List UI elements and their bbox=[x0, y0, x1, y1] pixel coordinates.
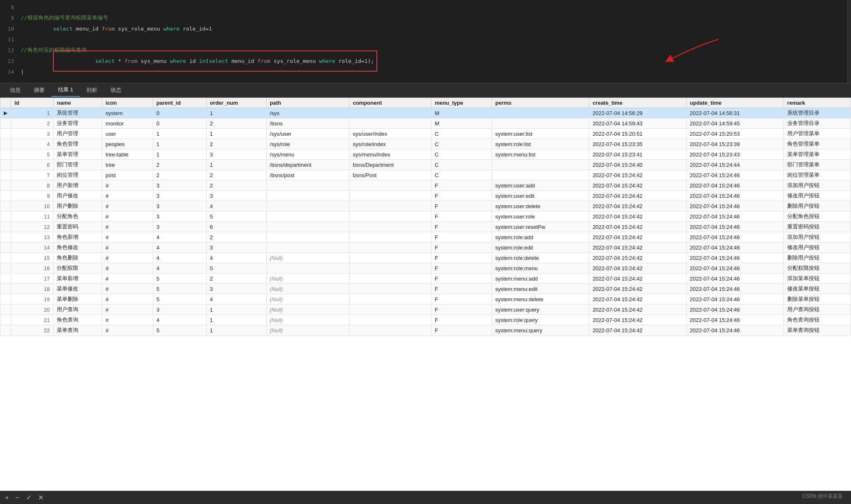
cell-name: 菜单删除 bbox=[53, 294, 102, 305]
cell-name: 角色修改 bbox=[53, 242, 102, 253]
cell-icon: tree-table bbox=[102, 149, 153, 160]
line-content-14: | bbox=[21, 69, 851, 75]
cell-name: 菜单新增 bbox=[53, 274, 102, 284]
confirm-button[interactable]: ✓ bbox=[26, 494, 31, 502]
cell-id: 20 bbox=[11, 305, 53, 315]
cell-parent-id: 4 bbox=[153, 315, 206, 325]
table-row[interactable]: 3用户管理user11/sys/usersys/user/indexCsyste… bbox=[0, 129, 851, 139]
col-header-remark[interactable]: remark bbox=[783, 98, 851, 108]
code-line-8: 8 bbox=[0, 2, 851, 12]
col-header-create_time[interactable]: create_time bbox=[589, 98, 686, 108]
table-row[interactable]: 8用户新增#32Fsystem:user:add2022-07-04 15:24… bbox=[0, 180, 851, 191]
table-row[interactable]: 17菜单新增#52(Null)Fsystem:menu:add2022-07-0… bbox=[0, 274, 851, 284]
cell-component bbox=[349, 180, 431, 191]
add-row-button[interactable]: + bbox=[5, 494, 9, 502]
cell-update-time: 2022-07-04 15:24:46 bbox=[686, 191, 783, 201]
table-row[interactable]: 18菜单修改#53(Null)Fsystem:menu:edit2022-07-… bbox=[0, 284, 851, 294]
col-header-menu_type[interactable]: menu_type bbox=[431, 98, 492, 108]
col-header-path[interactable]: path bbox=[266, 98, 349, 108]
cell-icon: # bbox=[102, 211, 153, 222]
table-row[interactable]: 22菜单查询#51(Null)Fsystem:menu:query2022-07… bbox=[0, 325, 851, 336]
table-row[interactable]: 13角色新增#42Fsystem:role:add2022-07-04 15:2… bbox=[0, 232, 851, 242]
cell-component bbox=[349, 118, 431, 129]
cell-create-time: 2022-07-04 15:24:42 bbox=[589, 170, 686, 180]
cell-update-time: 2022-07-04 15:23:43 bbox=[686, 149, 783, 160]
cell-order-num: 2 bbox=[206, 180, 266, 191]
row-indicator bbox=[0, 129, 11, 139]
cell-remark: 删除菜单按钮 bbox=[783, 294, 851, 305]
table-row[interactable]: 4角色管理peoples12/sys/rolesys/role/indexCsy… bbox=[0, 139, 851, 149]
cell-create-time: 2022-07-04 15:24:42 bbox=[589, 263, 686, 274]
cell-name: 用户查询 bbox=[53, 305, 102, 315]
cell-id: 1 bbox=[11, 108, 53, 118]
cell-perms bbox=[492, 118, 589, 129]
col-header-component[interactable]: component bbox=[349, 98, 431, 108]
col-header-order_num[interactable]: order_num bbox=[206, 98, 266, 108]
cell-perms: system:user:list bbox=[492, 129, 589, 139]
results-area[interactable]: id name icon parent_id order_num path co… bbox=[0, 98, 851, 491]
cell-path bbox=[266, 263, 349, 274]
tab-info[interactable]: 信息 bbox=[3, 84, 27, 96]
cell-icon: # bbox=[102, 253, 153, 263]
col-header-perms[interactable]: perms bbox=[492, 98, 589, 108]
keyword-where-13: where bbox=[170, 58, 186, 64]
cell-remark: 角色查询按钮 bbox=[783, 315, 851, 325]
cell-id: 2 bbox=[11, 118, 53, 129]
editor-scrollbar[interactable] bbox=[847, 0, 851, 83]
cell-remark: 用户管理菜单 bbox=[783, 129, 851, 139]
cell-icon: # bbox=[102, 180, 153, 191]
cell-path: (Null) bbox=[266, 253, 349, 263]
table-row[interactable]: 5菜单管理tree-table13/sys/menusys/menu/index… bbox=[0, 149, 851, 160]
table-row[interactable]: 11分配角色#35Fsystem:user:role2022-07-04 15:… bbox=[0, 211, 851, 222]
cell-path bbox=[266, 191, 349, 201]
table-row[interactable]: 16分配权限#45Fsystem:role:menu2022-07-04 15:… bbox=[0, 263, 851, 274]
tab-summary[interactable]: 摘要 bbox=[27, 84, 51, 96]
table-row[interactable]: ▶1系统管理system01/sysM2022-07-04 14:56:2920… bbox=[0, 108, 851, 118]
col-header-update_time[interactable]: update_time bbox=[686, 98, 783, 108]
tab-status[interactable]: 状态 bbox=[104, 84, 128, 96]
cell-icon: # bbox=[102, 222, 153, 232]
col-header-parent_id[interactable]: parent_id bbox=[153, 98, 206, 108]
cell-name: 菜单修改 bbox=[53, 284, 102, 294]
cell-menu-type: F bbox=[431, 253, 492, 263]
cell-create-time: 2022-07-04 14:56:29 bbox=[589, 108, 686, 118]
table-row[interactable]: 2业务管理monitor02/bsnsM2022-07-04 14:59:432… bbox=[0, 118, 851, 129]
cell-parent-id: 4 bbox=[153, 263, 206, 274]
cancel-button[interactable]: ✕ bbox=[38, 494, 43, 502]
cell-perms bbox=[492, 108, 589, 118]
table-row[interactable]: 10用户删除#34Fsystem:user:delete2022-07-04 1… bbox=[0, 201, 851, 211]
col-header-name[interactable]: name bbox=[53, 98, 102, 108]
cell-create-time: 2022-07-04 15:24:42 bbox=[589, 294, 686, 305]
row-indicator bbox=[0, 180, 11, 191]
cell-icon: system bbox=[102, 108, 153, 118]
table-row[interactable]: 7岗位管理post22/bsns/postbsns/PostC2022-07-0… bbox=[0, 170, 851, 180]
cell-order-num: 5 bbox=[206, 263, 266, 274]
table-row[interactable]: 20用户查询#31(Null)Fsystem:user:query2022-07… bbox=[0, 305, 851, 315]
cell-remark: 修改用户按钮 bbox=[783, 242, 851, 253]
table-row[interactable]: 6部门管理tree21/bsns/departmentbsns/Departme… bbox=[0, 160, 851, 170]
cell-update-time: 2022-07-04 15:24:46 bbox=[686, 232, 783, 242]
table-row[interactable]: 15角色删除#44(Null)Fsystem:role:delete2022-0… bbox=[0, 253, 851, 263]
cell-id: 13 bbox=[11, 232, 53, 242]
tab-profile[interactable]: 剖析 bbox=[80, 84, 104, 96]
cell-update-time: 2022-07-04 15:24:46 bbox=[686, 284, 783, 294]
table-row[interactable]: 12重置密码#36Fsystem:user:resetPw2022-07-04 … bbox=[0, 222, 851, 232]
cell-icon: post bbox=[102, 170, 153, 180]
remove-row-button[interactable]: − bbox=[15, 494, 19, 502]
table-row[interactable]: 9用户修改#33Fsystem:user:edit2022-07-04 15:2… bbox=[0, 191, 851, 201]
cell-create-time: 2022-07-04 15:24:42 bbox=[589, 274, 686, 284]
cell-menu-type: F bbox=[431, 180, 492, 191]
cell-parent-id: 5 bbox=[153, 284, 206, 294]
table-row[interactable]: 21角色查询#41(Null)Fsystem:role:query2022-07… bbox=[0, 315, 851, 325]
cell-perms: system:role:menu bbox=[492, 263, 589, 274]
col-header-icon[interactable]: icon bbox=[102, 98, 153, 108]
code-editor[interactable]: 8 9 //根据角色的编号查询权限菜单编号 10 select menu_id … bbox=[0, 0, 851, 83]
col-header-id[interactable]: id bbox=[11, 98, 53, 108]
cell-path: /bsns/department bbox=[266, 160, 349, 170]
table-row[interactable]: 19菜单删除#54(Null)Fsystem:menu:delete2022-0… bbox=[0, 294, 851, 305]
tab-results1[interactable]: 结果 1 bbox=[51, 84, 80, 97]
cell-order-num: 1 bbox=[206, 315, 266, 325]
row-indicator bbox=[0, 305, 11, 315]
cell-component bbox=[349, 294, 431, 305]
table-row[interactable]: 14角色修改#43Fsystem:role:edit2022-07-04 15:… bbox=[0, 242, 851, 253]
